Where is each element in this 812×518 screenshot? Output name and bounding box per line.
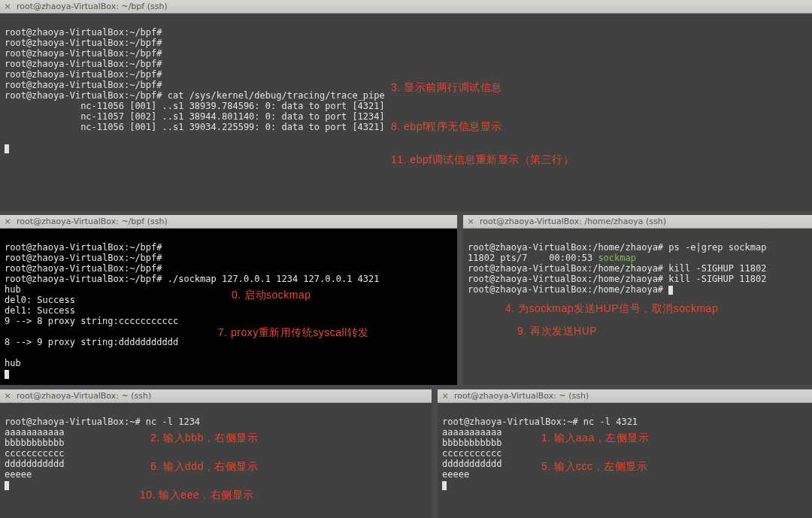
close-icon[interactable]: × [466, 217, 475, 226]
annotation-3: 3. 显示前两行调试信息 [391, 81, 502, 95]
term-line: ccccccccccc [5, 448, 64, 459]
term-line: hub [5, 284, 21, 295]
annotation-1: 1. 输入aaa，左侧显示 [541, 432, 649, 445]
close-icon[interactable]: × [3, 217, 12, 226]
terminal-top[interactable]: root@zhaoya-VirtualBox:~/bpf# root@zhaoy… [0, 14, 812, 211]
term-line: ddddddddddd [5, 459, 64, 469]
close-icon[interactable]: × [441, 392, 450, 401]
term-line: 8 --> 9 proxy string:ddddddddddd [5, 337, 178, 347]
pane-bot-right-nc4321: × root@zhaoya-VirtualBox: ~ (ssh) root@z… [438, 389, 812, 518]
term-line: eeeee [5, 469, 32, 480]
term-line: bbbbbbbbbbb [442, 438, 501, 448]
annotation-6: 6. 输入ddd，右侧显示 [150, 460, 258, 474]
term-line: nc-11057 [002] ..s1 38944.801140: 0: dat… [5, 111, 385, 122]
term-line: 11802 pts/7 00:00:53 sockmap [468, 253, 636, 263]
cursor [442, 481, 447, 490]
titlebar-bot-left: × root@zhaoya-VirtualBox: ~ (ssh) [0, 389, 432, 403]
close-icon[interactable]: × [3, 392, 12, 401]
term-line: nc-11056 [001] ..s1 39034.225599: 0: dat… [5, 122, 385, 132]
pane-mid-left-sockmap: × root@zhaoya-VirtualBox: ~/bpf (ssh) ro… [0, 215, 457, 385]
annotation-4: 4. 为sockmap发送HUP信号，取消sockmap [505, 302, 718, 316]
term-line: root@zhaoya-VirtualBox:~/bpf# [5, 27, 162, 38]
term-line: root@zhaoya-VirtualBox:~/bpf# cat /sys/k… [5, 90, 385, 101]
term-line: bbbbbbbbbbb [5, 438, 64, 448]
annotation-5: 5. 输入ccc，左侧显示 [541, 460, 647, 474]
term-line: eeeee [442, 469, 469, 480]
annotation-11: 11. ebpf调试信息重新显示（第三行） [391, 153, 574, 167]
term-line: root@zhaoya-VirtualBox:~/bpf# ./sockmap … [5, 274, 380, 284]
pane-bot-left-nc1234: × root@zhaoya-VirtualBox: ~ (ssh) root@z… [0, 389, 432, 518]
titlebar-top: × root@zhaoya-VirtualBox: ~/bpf (ssh) [0, 0, 812, 14]
term-line: hub [5, 358, 21, 368]
cursor [5, 370, 9, 379]
annotation-0: 0. 启动sockmap [232, 289, 311, 302]
term-line: root@zhaoya-VirtualBox:~# nc -l 4321 [442, 417, 638, 427]
term-line: aaaaaaaaaaa [5, 427, 64, 438]
close-icon[interactable]: × [3, 2, 12, 11]
term-line: root@zhaoya-VirtualBox:/home/zhaoya# ps … [468, 242, 766, 253]
term-line: root@zhaoya-VirtualBox:~/bpf# [5, 263, 162, 274]
annotation-2: 2. 输入bbb，右侧显示 [150, 432, 258, 445]
pane-mid-right-kill: × root@zhaoya-VirtualBox: /home/zhaoya (… [463, 215, 812, 385]
title-text: root@zhaoya-VirtualBox: /home/zhaoya (ss… [480, 215, 666, 229]
cursor [668, 286, 673, 295]
term-line: root@zhaoya-VirtualBox:~/bpf# [5, 80, 162, 90]
term-line: root@zhaoya-VirtualBox:/home/zhaoya# kil… [468, 274, 766, 284]
term-line: aaaaaaaaaaa [442, 427, 501, 438]
pane-top-tracepipe: × root@zhaoya-VirtualBox: ~/bpf (ssh) ro… [0, 0, 812, 211]
term-line: nc-11056 [001] ..s1 38939.784596: 0: dat… [5, 101, 385, 111]
cursor [5, 144, 9, 153]
term-line: root@zhaoya-VirtualBox:~/bpf# [5, 253, 162, 263]
titlebar-bot-right: × root@zhaoya-VirtualBox: ~ (ssh) [438, 389, 812, 403]
annotation-10: 10. 输入eee，右侧显示 [140, 489, 254, 502]
grep-match: sockmap [598, 253, 636, 263]
term-line: root@zhaoya-VirtualBox:~/bpf# [5, 59, 162, 69]
term-line: root@zhaoya-VirtualBox:~/bpf# [5, 242, 162, 253]
annotation-8: 8. ebpf程序无信息显示 [391, 120, 502, 134]
title-text: root@zhaoya-VirtualBox: ~ (ssh) [17, 389, 151, 403]
term-line: root@zhaoya-VirtualBox:~/bpf# [5, 38, 162, 48]
term-line: ccccccccccc [442, 448, 501, 459]
term-line: root@zhaoya-VirtualBox:/home/zhaoya# kil… [468, 263, 766, 274]
annotation-7: 7. proxy重新用传统syscall转发 [218, 326, 369, 340]
title-text: root@zhaoya-VirtualBox: ~/bpf (ssh) [17, 215, 168, 229]
cursor [5, 481, 9, 490]
term-line: root@zhaoya-VirtualBox:~/bpf# [5, 48, 162, 59]
term-line: root@zhaoya-VirtualBox:~/bpf# [5, 69, 162, 80]
annotation-9: 9. 再次发送HUP [517, 325, 597, 338]
term-line: del0: Success [5, 295, 75, 305]
terminal-mid-left[interactable]: root@zhaoya-VirtualBox:~/bpf# root@zhaoy… [0, 229, 457, 385]
term-line: del1: Success [5, 305, 75, 316]
titlebar-mid-left: × root@zhaoya-VirtualBox: ~/bpf (ssh) [0, 215, 457, 229]
term-line: root@zhaoya-VirtualBox:~# nc -l 1234 [5, 417, 200, 427]
title-text: root@zhaoya-VirtualBox: ~/bpf (ssh) [17, 0, 168, 14]
titlebar-mid-right: × root@zhaoya-VirtualBox: /home/zhaoya (… [463, 215, 812, 229]
title-text: root@zhaoya-VirtualBox: ~ (ssh) [454, 389, 589, 403]
term-line: root@zhaoya-VirtualBox:/home/zhaoya# [468, 284, 673, 295]
term-line: ddddddddddd [442, 459, 501, 469]
term-line: 9 --> 8 proxy string:ccccccccccc [5, 316, 178, 326]
